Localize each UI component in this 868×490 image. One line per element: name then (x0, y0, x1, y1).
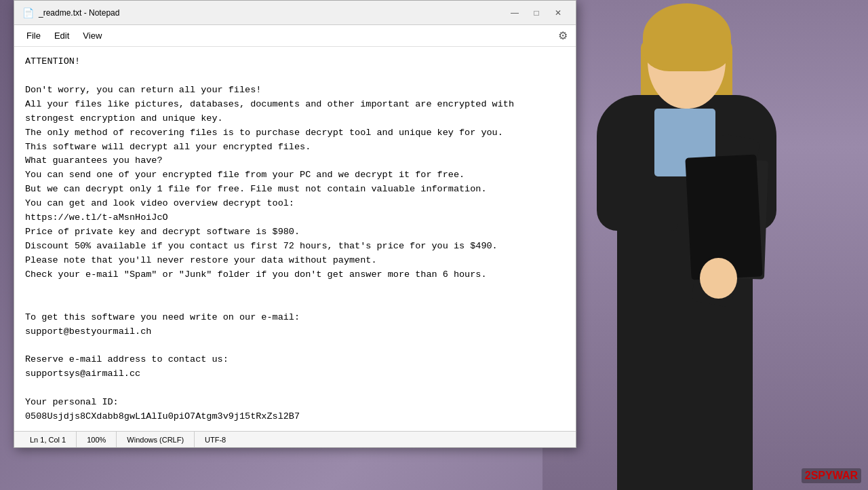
maximize-button[interactable]: □ (527, 6, 546, 20)
watermark: 2SPYWAR (802, 468, 861, 483)
menu-file[interactable]: File (20, 28, 47, 43)
person-photo (542, 0, 868, 490)
text-content[interactable]: ATTENTION! Don't worry, you can return a… (14, 47, 576, 431)
menu-edit[interactable]: Edit (47, 28, 76, 43)
title-bar-left: 📄 _readme.txt - Notepad (22, 7, 119, 18)
notepad-icon: 📄 (22, 7, 33, 18)
status-zoom: 100% (77, 432, 117, 447)
window-title: _readme.txt - Notepad (39, 8, 119, 18)
status-line-ending: Windows (CRLF) (117, 432, 195, 447)
status-encoding: UTF-8 (195, 432, 236, 447)
settings-icon[interactable]: ⚙ (555, 26, 570, 45)
close-button[interactable]: ✕ (549, 6, 568, 20)
person-hand-right (700, 258, 737, 299)
minimize-button[interactable]: — (505, 6, 524, 20)
status-bar: Ln 1, Col 1 100% Windows (CRLF) UTF-8 (14, 431, 576, 447)
status-position: Ln 1, Col 1 (20, 432, 77, 447)
notepad-window: 📄 _readme.txt - Notepad — □ ✕ File Edit … (14, 0, 576, 448)
title-bar: 📄 _readme.txt - Notepad — □ ✕ (14, 1, 576, 25)
person-hair-top (643, 3, 731, 71)
menu-view[interactable]: View (76, 28, 108, 43)
menu-items: File Edit View (20, 28, 108, 43)
window-controls: — □ ✕ (505, 6, 568, 20)
menu-bar: File Edit View ⚙ (14, 25, 576, 47)
